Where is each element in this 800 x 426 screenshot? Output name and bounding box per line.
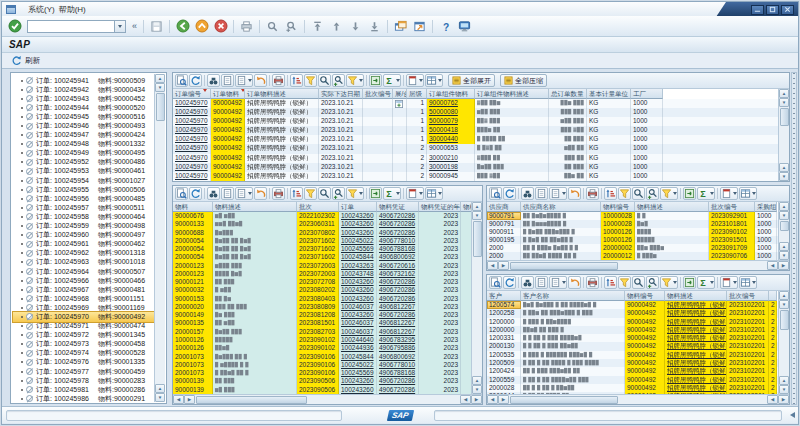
scroll-left-icon[interactable]: ◀	[173, 395, 184, 404]
material-description-cell[interactable]: 招牌黑鸭鸭脖（锁鲜）	[665, 384, 727, 392]
vertical-scrollbar[interactable]: ▲▼▲▼	[778, 291, 789, 394]
order-number-cell[interactable]: 100245970	[173, 108, 211, 117]
scroll-track[interactable]	[779, 309, 789, 376]
order-cell[interactable]: 100243263	[339, 262, 377, 270]
material-document-cell[interactable]: 4906720286	[377, 278, 419, 286]
search-icon[interactable]	[318, 74, 331, 87]
scroll-thumb[interactable]	[780, 310, 789, 330]
order-cell[interactable]: 100245022	[339, 237, 377, 245]
undo-icon[interactable]	[568, 276, 581, 289]
details-icon[interactable]	[175, 74, 188, 87]
tree-item[interactable]: 订单: 100245962物料:90001318	[13, 249, 154, 258]
layout-icon[interactable]	[425, 74, 443, 87]
tree-item[interactable]: 订单: 100245947物料:90000424	[13, 131, 154, 140]
copy-icon[interactable]	[549, 276, 567, 289]
material-document-cell[interactable]: 4906788168	[377, 245, 419, 253]
filter-icon[interactable]	[618, 187, 631, 200]
order-cell[interactable]: 100243260	[339, 278, 377, 286]
filter-icon[interactable]	[304, 187, 317, 200]
scroll-track[interactable]	[195, 395, 460, 404]
order-cell[interactable]: 100243260	[339, 377, 377, 385]
tree-item[interactable]: 订单: 100245977物料:90000459	[13, 367, 154, 376]
component-cell[interactable]: 30000440	[427, 135, 475, 144]
last-page-icon[interactable]	[366, 18, 383, 35]
order-cell[interactable]: 100245569	[339, 369, 377, 377]
tree-item[interactable]: 订单: 100245944物料:90000520	[13, 103, 154, 112]
tree-item[interactable]: 订单: 100245956物料:90000485	[13, 194, 154, 203]
scroll-left-icon[interactable]: ◀	[767, 261, 778, 270]
tree-item[interactable]: 订单: 100245949物料:90000495	[13, 149, 154, 158]
order-cell[interactable]: 100244640	[339, 336, 377, 344]
enter-icon[interactable]	[6, 18, 23, 35]
column-header[interactable]: 订单	[339, 202, 377, 212]
material-document-cell[interactable]: 4906720286	[377, 377, 419, 385]
scroll-up-icon[interactable]: ▲	[472, 202, 482, 211]
sum-icon[interactable]: Σ	[383, 187, 401, 200]
tree-item[interactable]: 订单: 100245953物料:90000461	[13, 167, 154, 176]
order-cell[interactable]: 100243260	[339, 286, 377, 294]
file-icon[interactable]	[406, 74, 424, 87]
print-icon[interactable]	[238, 18, 255, 35]
sort-asc-icon[interactable]	[604, 187, 617, 200]
scroll-track[interactable]	[155, 92, 165, 384]
order-cell[interactable]: 100245569	[339, 245, 377, 253]
collapse-all-button[interactable]: 全部压缩	[500, 74, 547, 87]
find-icon[interactable]	[264, 18, 281, 35]
material-description-cell[interactable]: 招牌黑鸭鸭脖（锁鲜）	[665, 351, 727, 359]
layout-icon[interactable]	[739, 187, 757, 200]
component-cell[interactable]: 50000418	[427, 126, 475, 135]
scroll-up-icon[interactable]: ▲	[155, 74, 165, 83]
copy-icon[interactable]	[221, 187, 234, 200]
tree-item[interactable]: 订单: 100245967物料:90000481	[13, 285, 154, 294]
column-header[interactable]: 物料编号	[625, 291, 665, 301]
undo-icon[interactable]	[568, 187, 581, 200]
shortcut-icon[interactable]	[411, 18, 428, 35]
expand-all-button[interactable]: 全部展开	[448, 74, 495, 87]
help-icon[interactable]: ?	[437, 18, 454, 35]
search-next-icon[interactable]	[646, 187, 659, 200]
refresh-icon[interactable]	[503, 276, 516, 289]
find-icon[interactable]	[207, 74, 220, 87]
column-header[interactable]: 订单物料描述	[245, 89, 319, 99]
component-cell[interactable]: 30000198	[427, 163, 475, 172]
material-document-cell[interactable]: 4906788168	[377, 369, 419, 377]
scroll-down-icon[interactable]: ▼	[779, 300, 789, 309]
material-description-cell[interactable]: 招牌黑鸭鸭脖（锁鲜）	[665, 301, 727, 309]
column-header[interactable]: 批次编号	[727, 291, 769, 301]
filter-icon[interactable]	[660, 187, 678, 200]
tree-item[interactable]: 订单: 100245964物料:90000507	[13, 267, 154, 276]
back-icon[interactable]	[174, 18, 191, 35]
order-cell[interactable]: 100245022	[339, 361, 377, 369]
column-header[interactable]: 客户名称	[521, 291, 625, 301]
column-header[interactable]: 订单编号	[173, 89, 211, 99]
refresh-icon[interactable]	[189, 74, 202, 87]
details-icon[interactable]	[175, 187, 188, 200]
column-header[interactable]: 订单组件物料	[427, 89, 475, 99]
scroll-left-icon[interactable]: ◀	[460, 395, 471, 404]
tree-item[interactable]: 订单: 100245946物料:90000493	[13, 121, 154, 130]
scroll-thumb[interactable]	[156, 93, 165, 121]
splitter-handle[interactable]	[791, 72, 797, 405]
column-header[interactable]: 批次编号	[709, 202, 755, 212]
scroll-thumb[interactable]	[780, 221, 789, 231]
material-description-cell[interactable]: 招牌黑鸭鸭脖（锁鲜）	[665, 367, 727, 375]
sort-asc-icon[interactable]	[604, 276, 617, 289]
order-number-cell[interactable]: 100245970	[173, 154, 211, 163]
column-header[interactable]: 实际下达日期	[319, 89, 363, 99]
column-header[interactable]: 物料描述	[213, 202, 297, 212]
material-document-cell[interactable]: 4906720286	[377, 295, 419, 303]
material-document-cell[interactable]: 4906720286	[377, 220, 419, 228]
tree-item[interactable]: 订单: 100245943物料:90000452	[13, 94, 154, 103]
material-document-cell[interactable]: 4906812267	[377, 319, 419, 327]
horizontal-scrollbar[interactable]: ◀▶◀▶	[173, 394, 482, 404]
scroll-down-icon[interactable]: ▼	[155, 393, 165, 402]
column-header[interactable]: 层级	[407, 89, 427, 99]
material-document-cell[interactable]: 4906720286	[377, 286, 419, 294]
tree-item[interactable]: 订单: 100245960物料:90000497	[13, 231, 154, 240]
tree-item[interactable]: 订单: 100245963物料:90001018	[13, 258, 154, 267]
scroll-thumb[interactable]	[196, 396, 307, 404]
print-icon[interactable]	[272, 74, 285, 87]
material-document-cell[interactable]: 4906800692	[377, 353, 419, 361]
order-cell[interactable]: 100245844	[339, 253, 377, 261]
new-session-icon[interactable]	[392, 18, 409, 35]
